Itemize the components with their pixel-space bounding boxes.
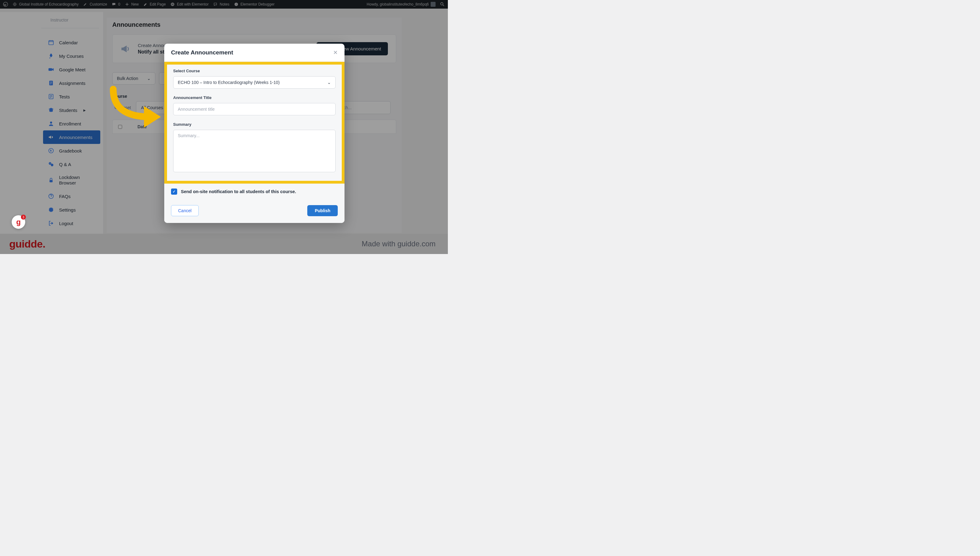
create-announcement-modal: Create Announcement ✕ Select Course ECHO… — [164, 44, 344, 223]
announcement-title-input[interactable] — [173, 103, 336, 115]
course-select[interactable]: ECHO 100 – Intro to Echocardiography (We… — [173, 76, 336, 89]
guidde-g-icon: g — [16, 218, 21, 226]
select-course-label: Select Course — [173, 69, 336, 73]
arrow-indicator — [107, 83, 165, 129]
notify-check-label: Send on-site notification to all student… — [181, 189, 296, 194]
close-icon: ✕ — [333, 50, 338, 56]
selected-course-text: ECHO 100 – Intro to Echocardiography (We… — [178, 80, 280, 85]
guidde-badge-count: 3 — [21, 215, 26, 220]
highlighted-form-region: Select Course ECHO 100 – Intro to Echoca… — [164, 62, 344, 184]
modal-title: Create Announcement — [171, 49, 233, 56]
summary-textarea[interactable] — [173, 130, 336, 172]
announcement-title-label: Announcement Title — [173, 95, 336, 100]
notify-checkbox-row[interactable]: ✓ Send on-site notification to all stude… — [171, 189, 338, 195]
summary-label: Summary — [173, 122, 336, 127]
guidde-badge[interactable]: g 3 — [12, 215, 25, 229]
check-icon: ✓ — [173, 189, 176, 194]
chevron-down-icon: ⌄ — [327, 80, 331, 85]
cancel-button[interactable]: Cancel — [171, 205, 199, 216]
notify-checkbox[interactable]: ✓ — [171, 189, 177, 195]
modal-close-button[interactable]: ✕ — [333, 49, 338, 56]
publish-button[interactable]: Publish — [307, 205, 338, 216]
